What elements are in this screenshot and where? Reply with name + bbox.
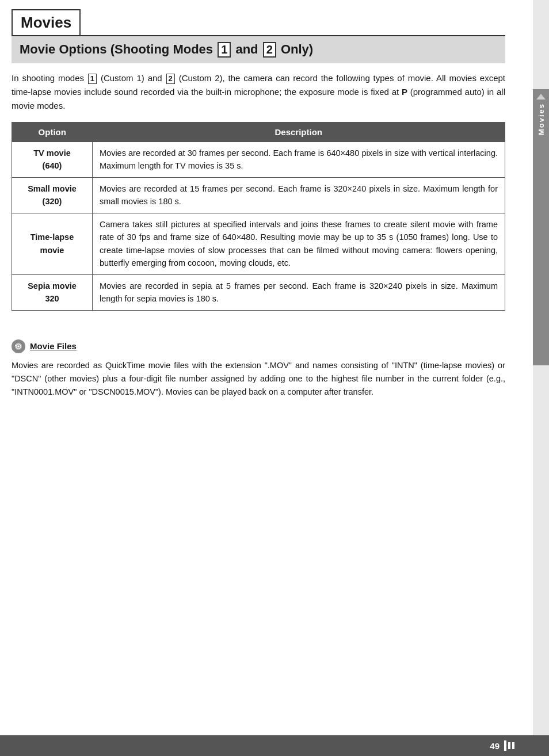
col-option-header: Option — [12, 123, 93, 142]
p-bold: P — [402, 87, 407, 97]
desc-cell-3: Movies are recorded in sepia at 5 frames… — [93, 274, 505, 310]
page-number-bar: 49 — [0, 735, 549, 756]
section-heading-end: Only) — [277, 42, 313, 56]
movie-files-icon — [12, 339, 25, 353]
table-row: Time-lapsemovieCamera takes still pictur… — [12, 213, 505, 274]
section-heading-bar: Movie Options (Shooting Modes 1 and 2 On… — [12, 35, 505, 63]
section-heading: Movie Options (Shooting Modes 1 and 2 On… — [20, 42, 313, 56]
option-cell-1: Small movie(320) — [12, 177, 93, 213]
page-number: 49 — [490, 741, 500, 751]
desc-cell-2: Camera takes still pictures at specified… — [93, 213, 505, 274]
option-cell-2: Time-lapsemovie — [12, 213, 93, 274]
table-row: Small movie(320)Movies are recorded at 1… — [12, 177, 505, 213]
movie-files-heading: Movie Files — [12, 339, 505, 353]
svg-rect-3 — [15, 345, 16, 346]
hash-1 — [504, 740, 506, 751]
option-cell-0: TV movie(640) — [12, 142, 93, 178]
col-description-header: Description — [93, 123, 505, 142]
desc-cell-0: Movies are recorded at 30 frames per sec… — [93, 142, 505, 178]
table-row: TV movie(640)Movies are recorded at 30 f… — [12, 142, 505, 178]
page-hash-marks — [504, 740, 514, 751]
page-title-box: Movies — [12, 9, 81, 35]
inline-mode1: 1 — [88, 74, 97, 85]
table-row: Sepia movie320Movies are recorded in sep… — [12, 274, 505, 310]
hash-3 — [512, 742, 514, 749]
movie-files-text: Movies are recorded as QuickTime movie f… — [12, 359, 505, 399]
desc-cell-1: Movies are recorded at 15 frames per sec… — [93, 177, 505, 213]
options-table: Option Description TV movie(640)Movies a… — [12, 122, 505, 311]
section-heading-text: Movie Options (Shooting Modes — [20, 42, 216, 56]
svg-point-2 — [17, 345, 19, 347]
hash-2 — [508, 742, 510, 749]
mode2-box: 2 — [263, 42, 276, 58]
page-title: Movies — [21, 14, 71, 31]
mode1-box: 1 — [218, 42, 231, 58]
movie-files-section: Movie Files Movies are recorded as Quick… — [12, 334, 505, 399]
intro-paragraph: In shooting modes 1 (Custom 1) and 2 (Cu… — [12, 71, 505, 113]
sidebar-label: Movies — [537, 103, 546, 135]
movie-files-title: Movie Files — [30, 341, 77, 351]
inline-mode2: 2 — [166, 74, 175, 85]
option-cell-3: Sepia movie320 — [12, 274, 93, 310]
section-heading-and: and — [232, 42, 261, 56]
